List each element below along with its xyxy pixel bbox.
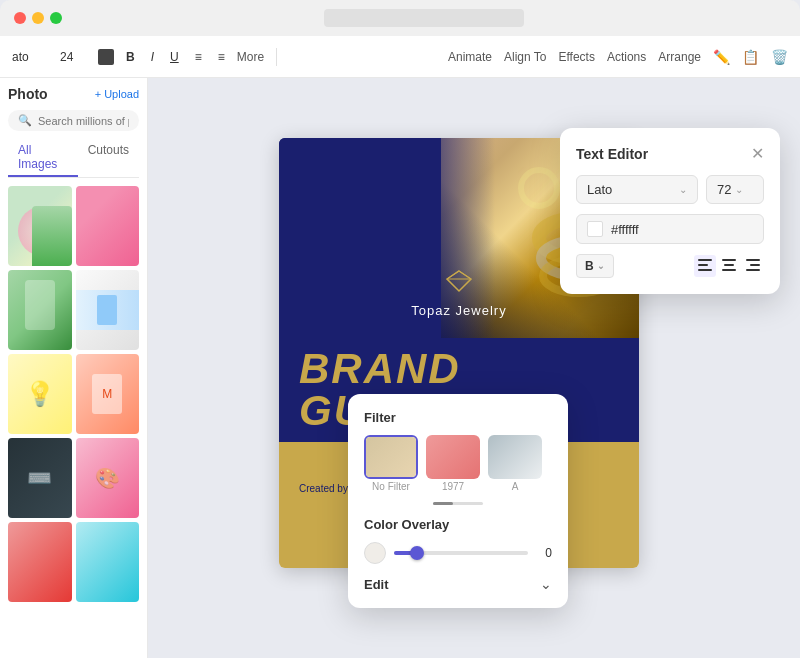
bold-format-button[interactable]: B ⌄ [576,254,614,278]
svg-marker-4 [447,271,471,291]
trash-icon-button[interactable]: 🗑️ [771,49,788,65]
photo-thumb-9[interactable] [8,522,72,602]
color-hex-value: #ffffff [611,222,639,237]
tab-cutouts[interactable]: Cutouts [78,139,139,177]
bold-chevron-icon: ⌄ [597,261,605,271]
align-buttons [694,255,764,277]
upload-button[interactable]: + Upload [95,88,139,100]
svg-rect-11 [722,259,736,261]
titlebar [0,0,800,36]
canvas-area[interactable]: Topaz Jewelry BRAND GUIDE Created by, Sa… [148,78,800,658]
filter-panel: Filter No Filter 1977 [348,394,568,608]
app-container: ato 24 B I U ≡ ≡ More Animate Align To E… [0,36,800,658]
svg-rect-8 [698,259,712,261]
edit-row[interactable]: Edit ⌄ [364,576,552,592]
svg-rect-12 [724,264,734,266]
panel-header: Text Editor ✕ [576,144,764,163]
address-bar [62,9,786,27]
color-overlay-row: 0 [364,542,552,564]
tab-all-images[interactable]: All Images [8,139,78,177]
tabs-row: All Images Cutouts [8,139,139,178]
edit-label: Edit [364,577,389,592]
color-swatch[interactable] [98,49,114,65]
photo-thumb-1[interactable] [8,186,72,266]
search-box[interactable]: 🔍 [8,110,139,131]
photo-grid: 💡 M ⌨️ 🎨 [8,186,139,602]
photo-thumb-7[interactable]: ⌨️ [8,438,72,518]
slider-thumb[interactable] [410,546,424,560]
align-to-button[interactable]: Align To [504,50,546,64]
maximize-traffic-light[interactable] [50,12,62,24]
filter-thumb-a[interactable] [488,435,542,479]
photo-thumb-5[interactable]: 💡 [8,354,72,434]
filter-label-1977: 1977 [426,481,480,492]
top-toolbar: ato 24 B I U ≡ ≡ More Animate Align To E… [0,36,800,78]
more-menu[interactable]: More [237,50,264,64]
search-input[interactable] [38,115,129,127]
svg-line-6 [447,271,459,279]
list1-button[interactable]: ≡ [191,48,206,66]
card-brand-name: Topaz Jewelry [411,303,506,318]
font-name-display: ato [12,50,52,64]
brand-title-line1: BRAND [299,348,619,390]
photo-thumb-8[interactable]: 🎨 [76,438,140,518]
font-size-display: 24 [60,50,90,64]
address-input[interactable] [324,9,524,27]
photo-thumb-2[interactable] [76,186,140,266]
filter-thumb-container-3: A [488,435,542,492]
align-center-button[interactable] [718,255,740,277]
svg-rect-10 [698,269,712,271]
filter-scroll-bar [433,502,483,505]
color-overlay-swatch[interactable] [364,542,386,564]
toolbar-right: Animate Align To Effects Actions Arrange… [448,49,788,65]
svg-rect-15 [750,264,760,266]
color-input-row[interactable]: #ffffff [576,214,764,244]
align-center-icon [722,259,736,271]
copy-icon-button[interactable]: 📋 [742,49,759,65]
svg-rect-16 [746,269,760,271]
close-text-editor-button[interactable]: ✕ [751,144,764,163]
font-select[interactable]: Lato ⌄ [576,175,698,204]
diamond-icon [445,269,473,299]
actions-button[interactable]: Actions [607,50,646,64]
chevron-down-icon: ⌄ [540,576,552,592]
animate-button[interactable]: Animate [448,50,492,64]
slider-track[interactable] [394,551,528,555]
effects-button[interactable]: Effects [558,50,594,64]
filter-scroll-indicator [433,502,453,505]
font-size-value: 72 [717,182,731,197]
filter-thumbs: No Filter 1977 A [364,435,552,492]
sidebar: Photo + Upload 🔍 All Images Cutouts [0,78,148,658]
align-left-icon [698,259,712,271]
close-traffic-light[interactable] [14,12,26,24]
font-size-select[interactable]: 72 ⌄ [706,175,764,204]
photo-thumb-4[interactable] [76,270,140,350]
bold-label: B [585,259,594,273]
filter-thumb-no-filter[interactable] [364,435,418,479]
list2-button[interactable]: ≡ [214,48,229,66]
minimize-traffic-light[interactable] [32,12,44,24]
font-row: Lato ⌄ 72 ⌄ [576,175,764,204]
photo-thumb-10[interactable] [76,522,140,602]
color-overlay-section: Color Overlay 0 [364,517,552,564]
pen-icon-button[interactable]: ✏️ [713,49,730,65]
filter-thumb-1977[interactable] [426,435,480,479]
font-size-chevron-icon: ⌄ [735,184,743,195]
photo-thumb-6[interactable]: M [76,354,140,434]
svg-rect-14 [746,259,760,261]
font-chevron-icon: ⌄ [679,184,687,195]
traffic-lights [14,12,62,24]
svg-point-3 [521,170,557,206]
search-icon: 🔍 [18,114,32,127]
align-right-button[interactable] [742,255,764,277]
text-editor-title: Text Editor [576,146,648,162]
bold-button[interactable]: B [122,48,139,66]
arrange-button[interactable]: Arrange [658,50,701,64]
svg-rect-13 [722,269,736,271]
format-row: B ⌄ [576,254,764,278]
italic-button[interactable]: I [147,48,158,66]
align-left-button[interactable] [694,255,716,277]
slider-value: 0 [536,546,552,560]
underline-button[interactable]: U [166,48,183,66]
photo-thumb-3[interactable] [8,270,72,350]
